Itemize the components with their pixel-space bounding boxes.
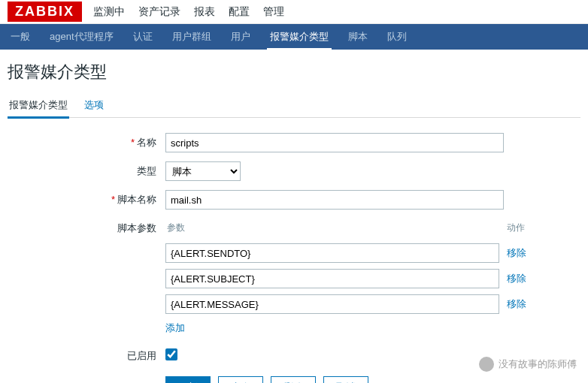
watermark: 没有故事的陈师傅	[479, 357, 577, 372]
params-table: 参数 动作 移除 移除 移除 添加	[165, 219, 526, 335]
label-name: *名称	[8, 136, 165, 149]
sub-nav: 一般 agent代理程序 认证 用户群组 用户 报警媒介类型 脚本 队列	[0, 24, 588, 50]
param-input-0[interactable]	[165, 243, 499, 263]
script-name-input[interactable]	[165, 190, 504, 210]
params-col-action: 动作	[507, 222, 525, 234]
nav-administration[interactable]: 管理	[263, 5, 284, 19]
enabled-checkbox[interactable]	[165, 348, 177, 360]
subnav-general[interactable]: 一般	[8, 24, 33, 50]
logo: ZABBIX	[8, 2, 82, 22]
tab-options[interactable]: 选项	[83, 94, 105, 117]
subnav-proxies[interactable]: agent代理程序	[47, 24, 117, 50]
clone-button[interactable]: 克隆	[218, 376, 263, 383]
subnav-queue[interactable]: 队列	[384, 24, 410, 50]
update-button[interactable]: 更新	[165, 376, 211, 383]
name-input[interactable]	[165, 133, 504, 152]
wechat-icon	[479, 357, 494, 372]
param-input-2[interactable]	[165, 294, 499, 314]
subnav-mediatypes[interactable]: 报警媒介类型	[267, 24, 332, 50]
top-menu: 监测中 资产记录 报表 配置 管理	[93, 5, 284, 19]
param-input-1[interactable]	[165, 269, 499, 288]
tab-mediatype[interactable]: 报警媒介类型	[8, 94, 69, 119]
label-script-name: *脚本名称	[8, 193, 165, 207]
button-bar: 更新 克隆 删除 取消	[165, 376, 580, 383]
remove-link-2[interactable]: 移除	[507, 297, 526, 311]
param-row: 移除	[165, 269, 526, 288]
label-enabled: 已启用	[8, 349, 165, 363]
subnav-scripts[interactable]: 脚本	[345, 24, 371, 50]
subnav-usergroups[interactable]: 用户群组	[169, 24, 214, 50]
delete-button[interactable]: 删除	[271, 376, 316, 383]
subnav-users[interactable]: 用户	[228, 24, 253, 50]
type-select[interactable]: 脚本	[165, 161, 241, 181]
nav-reports[interactable]: 报表	[194, 5, 215, 19]
nav-configuration[interactable]: 配置	[229, 5, 250, 19]
cancel-button[interactable]: 取消	[323, 376, 368, 383]
page-title: 报警媒介类型	[8, 61, 580, 83]
watermark-text: 没有故事的陈师傅	[499, 357, 577, 371]
label-script-params: 脚本参数	[8, 219, 165, 235]
remove-link-0[interactable]: 移除	[507, 246, 526, 260]
remove-link-1[interactable]: 移除	[507, 272, 526, 285]
params-col-param: 参数	[167, 222, 185, 234]
top-nav: ZABBIX 监测中 资产记录 报表 配置 管理	[0, 0, 588, 24]
label-type: 类型	[8, 164, 165, 178]
param-row: 移除	[165, 294, 526, 314]
content: 报警媒介类型 报警媒介类型 选项 *名称 类型 脚本 *脚本名称 脚本参数 参数…	[0, 50, 588, 383]
nav-inventory[interactable]: 资产记录	[138, 5, 180, 19]
subnav-auth[interactable]: 认证	[130, 24, 156, 50]
nav-monitoring[interactable]: 监测中	[93, 5, 125, 19]
add-param-link[interactable]: 添加	[165, 321, 185, 335]
param-row: 移除	[165, 243, 526, 263]
tabs: 报警媒介类型 选项	[8, 94, 580, 118]
